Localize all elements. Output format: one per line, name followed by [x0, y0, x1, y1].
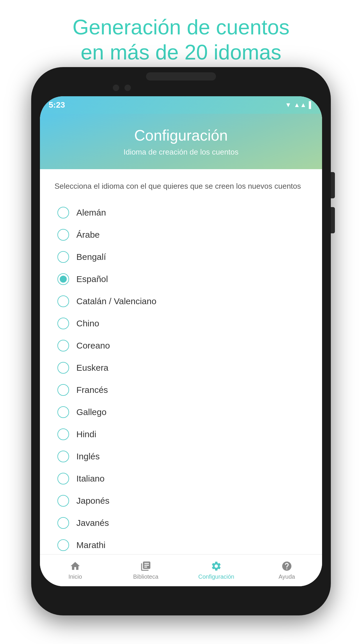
radio-item-javanés[interactable]: Javanés — [55, 512, 307, 534]
radio-circle-4 — [57, 295, 69, 307]
phone-frame: 5:23 ▼ ▲▲ ▌ Configuración Idioma de crea… — [31, 67, 331, 615]
page-headline: Generación de cuentos en más de 20 idoma… — [0, 9, 362, 71]
radio-circle-7 — [57, 362, 69, 374]
radio-label-8: Francés — [76, 385, 108, 395]
home-icon — [70, 561, 81, 572]
radio-circle-3 — [57, 273, 69, 285]
nav-item-ayuda[interactable]: Ayuda — [252, 561, 322, 580]
radio-item-catalán-/-valenciano[interactable]: Catalán / Valenciano — [55, 290, 307, 312]
status-time: 5:23 — [49, 100, 65, 110]
radio-label-9: Gallego — [76, 407, 106, 417]
app-header-subtitle: Idioma de creación de los cuentos — [124, 148, 239, 157]
radio-item-chino[interactable]: Chino — [55, 312, 307, 335]
app-header-title: Configuración — [134, 127, 228, 144]
signal-icon: ▲▲ — [294, 101, 307, 109]
radio-label-1: Árabe — [76, 230, 100, 240]
radio-item-euskera[interactable]: Euskera — [55, 357, 307, 379]
radio-label-14: Javanés — [76, 518, 109, 528]
radio-circle-10 — [57, 428, 69, 440]
headline-line1: Generación de cuentos — [73, 15, 290, 39]
nav-item-configuracion[interactable]: Configuración — [181, 561, 252, 580]
radio-circle-13 — [57, 495, 69, 507]
radio-item-gallego[interactable]: Gallego — [55, 401, 307, 423]
radio-item-marathi[interactable]: Marathi — [55, 534, 307, 554]
radio-label-3: Español — [76, 274, 108, 284]
radio-circle-14 — [57, 517, 69, 529]
radio-item-japonés[interactable]: Japonés — [55, 490, 307, 512]
radio-item-hindi[interactable]: Hindi — [55, 423, 307, 445]
phone-top-bar — [146, 72, 216, 80]
language-list: AlemánÁrabeBengalíEspañolCatalán / Valen… — [55, 202, 307, 554]
wifi-icon: ▼ — [285, 101, 291, 109]
radio-item-bengalí[interactable]: Bengalí — [55, 246, 307, 268]
status-bar: 5:23 ▼ ▲▲ ▌ — [40, 96, 322, 114]
radio-item-francés[interactable]: Francés — [55, 379, 307, 401]
radio-label-6: Coreano — [76, 341, 110, 351]
radio-circle-9 — [57, 406, 69, 418]
phone-screen: 5:23 ▼ ▲▲ ▌ Configuración Idioma de crea… — [40, 96, 322, 586]
battery-icon: ▌ — [309, 101, 313, 109]
radio-circle-12 — [57, 473, 69, 484]
radio-circle-8 — [57, 384, 69, 396]
app-header: Configuración Idioma de creación de los … — [40, 114, 322, 169]
phone-camera-right — [124, 85, 131, 91]
nav-label-ayuda: Ayuda — [279, 573, 295, 580]
radio-item-árabe[interactable]: Árabe — [55, 224, 307, 246]
radio-label-2: Bengalí — [76, 252, 106, 262]
radio-item-coreano[interactable]: Coreano — [55, 335, 307, 357]
nav-label-biblioteca: Biblioteca — [133, 573, 159, 580]
radio-circle-2 — [57, 251, 69, 263]
radio-item-italiano[interactable]: Italiano — [55, 468, 307, 490]
radio-circle-5 — [57, 318, 69, 329]
library-icon — [140, 561, 151, 572]
radio-item-español[interactable]: Español — [55, 268, 307, 290]
radio-circle-6 — [57, 340, 69, 351]
radio-label-5: Chino — [76, 318, 99, 328]
radio-label-7: Euskera — [76, 363, 108, 373]
headline-line2: en más de 20 idomas — [81, 41, 281, 64]
radio-label-0: Alemán — [76, 208, 106, 218]
settings-icon — [211, 561, 222, 572]
bottom-nav: Inicio Biblioteca Configuración Ayuda — [40, 554, 322, 586]
content-description: Selecciona el idioma con el que quieres … — [55, 181, 307, 191]
radio-circle-11 — [57, 451, 69, 462]
radio-item-alemán[interactable]: Alemán — [55, 202, 307, 224]
radio-label-15: Marathi — [76, 540, 106, 550]
content-area[interactable]: Selecciona el idioma con el que quieres … — [40, 169, 322, 554]
nav-label-configuracion: Configuración — [198, 573, 234, 580]
nav-item-biblioteca[interactable]: Biblioteca — [110, 561, 181, 580]
radio-label-13: Japonés — [76, 496, 109, 506]
phone-side-btn-volume — [331, 172, 335, 198]
radio-circle-15 — [57, 539, 69, 551]
radio-circle-0 — [57, 207, 69, 218]
status-icons: ▼ ▲▲ ▌ — [285, 101, 313, 109]
phone-camera-left — [113, 85, 119, 91]
nav-item-inicio[interactable]: Inicio — [40, 561, 110, 580]
radio-item-inglés[interactable]: Inglés — [55, 445, 307, 468]
radio-label-11: Inglés — [76, 452, 100, 461]
help-icon — [281, 561, 292, 572]
radio-label-10: Hindi — [76, 429, 96, 439]
phone-side-btn-power — [331, 207, 335, 233]
nav-label-inicio: Inicio — [68, 573, 82, 580]
radio-label-4: Catalán / Valenciano — [76, 296, 157, 306]
radio-label-12: Italiano — [76, 474, 105, 484]
radio-circle-1 — [57, 229, 69, 241]
